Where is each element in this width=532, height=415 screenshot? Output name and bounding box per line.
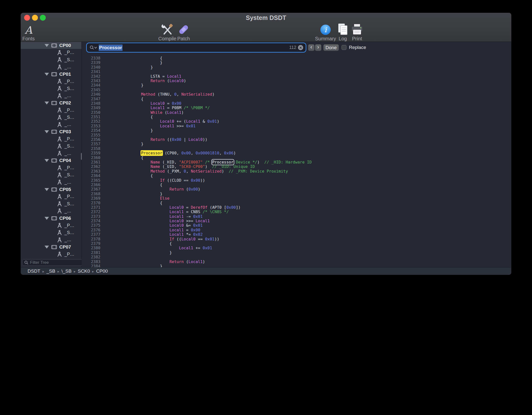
line-number: 2353 bbox=[82, 124, 100, 128]
code-line: 2369 Else bbox=[82, 196, 511, 201]
method-icon bbox=[57, 252, 62, 257]
tree-leaf[interactable]: _… bbox=[21, 179, 81, 186]
tree-node-cp05[interactable]: CP05 bbox=[21, 186, 81, 193]
tree-node-label: CP01 bbox=[59, 72, 71, 77]
tree-leaf[interactable]: _P… bbox=[21, 135, 81, 143]
code-line: 2380 Local1 += 0x01 bbox=[82, 246, 511, 250]
tree-leaf-label: _S… bbox=[64, 201, 74, 207]
tree-leaf[interactable]: _P… bbox=[21, 49, 81, 56]
tree-leaf[interactable]: _P… bbox=[21, 193, 81, 200]
disclosure-triangle-icon[interactable] bbox=[45, 44, 49, 47]
close-button[interactable] bbox=[24, 15, 30, 21]
search-menu-icon[interactable] bbox=[89, 45, 97, 50]
tree-leaf[interactable]: _S… bbox=[21, 258, 81, 258]
method-icon bbox=[57, 93, 62, 99]
tree-node-cp02[interactable]: CP02 bbox=[21, 99, 81, 106]
scope-icon bbox=[51, 43, 57, 48]
line-number: 2360 bbox=[82, 156, 100, 160]
tree-leaf[interactable]: _S… bbox=[21, 85, 81, 92]
tree-leaf[interactable]: _S… bbox=[21, 200, 81, 208]
tree-leaf[interactable]: _S… bbox=[21, 114, 81, 121]
disclosure-triangle-icon[interactable] bbox=[45, 102, 49, 104]
tree-leaf[interactable]: _S… bbox=[21, 56, 81, 63]
tree-leaf[interactable]: _… bbox=[21, 208, 81, 215]
scope-icon bbox=[51, 158, 57, 163]
find-next-button[interactable]: › bbox=[315, 44, 321, 51]
tree-leaf[interactable]: _P… bbox=[21, 107, 81, 114]
breadcrumb-separator-icon: ▸ bbox=[58, 269, 59, 273]
minimize-button[interactable] bbox=[32, 15, 38, 21]
tree-node-cp06[interactable]: CP06 bbox=[21, 215, 81, 222]
scope-icon bbox=[51, 101, 57, 105]
tree-leaf[interactable]: _P… bbox=[21, 251, 81, 258]
code-line: 2364 { bbox=[82, 174, 511, 178]
print-button[interactable]: Print bbox=[340, 23, 374, 42]
code-line: 2376 Local1 = 0x00 bbox=[82, 228, 511, 232]
breadcrumb-separator-icon: ▸ bbox=[43, 269, 44, 273]
filter-tree-field[interactable] bbox=[22, 259, 86, 266]
code-line: 2342 LSTA = Local1 bbox=[82, 74, 511, 79]
find-nav-buttons: ‹ › bbox=[308, 44, 321, 51]
zoom-button[interactable] bbox=[40, 15, 46, 21]
tree-node-cp04[interactable]: CP04 bbox=[21, 157, 81, 164]
titlebar[interactable]: System DSDT bbox=[21, 13, 511, 23]
breadcrumb-item[interactable]: SCK0 bbox=[78, 268, 90, 274]
line-number: 2352 bbox=[82, 119, 100, 124]
tree-leaf[interactable]: _P… bbox=[21, 222, 81, 229]
fonts-button[interactable]: A Fonts bbox=[21, 23, 46, 42]
replace-checkbox[interactable] bbox=[342, 45, 346, 50]
breadcrumb-item[interactable]: CP00 bbox=[96, 268, 108, 274]
breadcrumb-item[interactable]: _SB bbox=[47, 268, 55, 274]
code-line: 2357 } bbox=[82, 142, 511, 146]
disclosure-triangle-icon[interactable] bbox=[45, 188, 49, 191]
breadcrumb-item[interactable]: DSDT bbox=[28, 268, 40, 274]
tree-leaf[interactable]: _S… bbox=[21, 171, 81, 178]
tree-node-cp07[interactable]: CP07 bbox=[21, 243, 81, 251]
disclosure-triangle-icon[interactable] bbox=[45, 246, 49, 249]
find-previous-button[interactable]: ‹ bbox=[308, 44, 314, 51]
tree-leaf[interactable]: _S… bbox=[21, 229, 81, 236]
tree-leaf[interactable]: _… bbox=[21, 92, 81, 99]
tree-leaf[interactable]: _… bbox=[21, 150, 81, 157]
tree-leaf-label: _P… bbox=[64, 136, 74, 142]
line-number: 2365 bbox=[82, 178, 100, 183]
code-line: 2382 bbox=[82, 255, 511, 259]
breadcrumb-separator-icon: ▸ bbox=[74, 269, 76, 273]
tree-leaf[interactable]: _… bbox=[21, 121, 81, 128]
disclosure-triangle-icon[interactable] bbox=[45, 159, 49, 162]
search-field[interactable]: Processor 112 ✕ bbox=[87, 44, 305, 52]
tree-leaf[interactable]: _P… bbox=[21, 164, 81, 171]
tree-node-cp03[interactable]: CP03 bbox=[21, 128, 81, 135]
disclosure-triangle-icon[interactable] bbox=[45, 217, 49, 220]
tree-leaf-label: _S… bbox=[64, 86, 74, 91]
sidebar-tree[interactable]: CP00_P…_S…_…CP01_P…_S…_…CP02_P…_S…_…CP03… bbox=[21, 42, 81, 258]
method-icon bbox=[57, 179, 62, 185]
tree-leaf[interactable]: _S… bbox=[21, 143, 81, 150]
line-number: 2380 bbox=[82, 246, 100, 250]
method-icon bbox=[57, 237, 62, 243]
tree-leaf-label: _S… bbox=[64, 144, 74, 149]
line-number: 2359 bbox=[82, 151, 100, 155]
tree-node-cp00[interactable]: CP00 bbox=[21, 42, 81, 49]
tree-leaf[interactable]: _P… bbox=[21, 78, 81, 85]
tree-leaf-label: _S… bbox=[64, 172, 74, 178]
tree-leaf[interactable]: _… bbox=[21, 63, 81, 71]
tree-leaf-label: _… bbox=[64, 151, 71, 156]
tree-leaf-label: _… bbox=[64, 237, 71, 242]
search-input[interactable]: Processor bbox=[99, 44, 123, 51]
tree-leaf-label: _S… bbox=[64, 230, 74, 235]
breadcrumb-item[interactable]: \_SB bbox=[62, 268, 72, 274]
clear-search-button[interactable]: ✕ bbox=[298, 45, 303, 50]
code-line: 2348 Local0 = 0x00 bbox=[82, 101, 511, 106]
done-button[interactable]: Done bbox=[323, 44, 339, 51]
disclosure-triangle-icon[interactable] bbox=[45, 73, 49, 76]
patch-button[interactable]: Patch bbox=[166, 23, 201, 42]
line-number: 2339 bbox=[82, 60, 100, 65]
tree-leaf-label: _… bbox=[64, 64, 71, 70]
code-area[interactable]: 2338 {2339 }2340 }23412342 LSTA = Local1… bbox=[82, 56, 511, 267]
tree-node-cp01[interactable]: CP01 bbox=[21, 71, 81, 78]
filter-tree-input[interactable] bbox=[30, 260, 84, 265]
disclosure-triangle-icon[interactable] bbox=[45, 130, 49, 133]
tree-leaf[interactable]: _… bbox=[21, 236, 81, 243]
line-number: 2372 bbox=[82, 210, 100, 214]
